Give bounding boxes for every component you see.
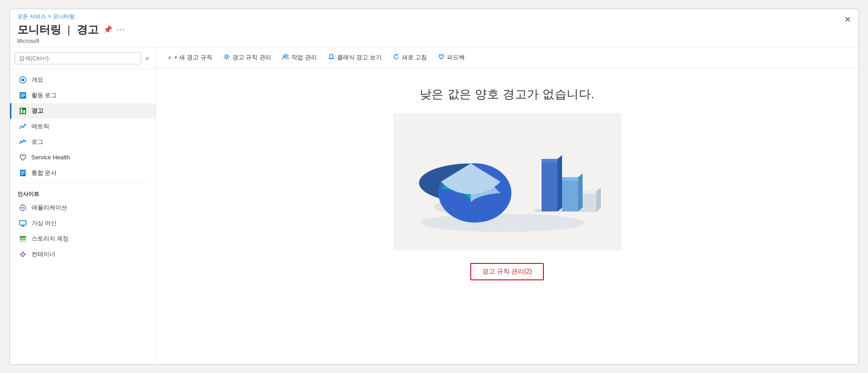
- breadcrumb-part1[interactable]: 모든 서비스: [17, 13, 46, 21]
- metrics-icon: [19, 122, 27, 131]
- sidebar-item-unified-docs[interactable]: 통합 문서: [10, 165, 156, 181]
- gear-icon: [223, 53, 230, 62]
- sidebar-label-service-health: Service Health: [32, 154, 70, 161]
- container-icon: [19, 250, 27, 258]
- sidebar-divider: [17, 183, 148, 183]
- svg-rect-20: [20, 221, 26, 225]
- sidebar-label-logs: 로그: [32, 138, 43, 146]
- svg-rect-11: [21, 171, 25, 172]
- sidebar-item-container[interactable]: 컨테이너: [10, 247, 156, 262]
- svg-rect-24: [20, 236, 26, 238]
- main-content: 낮은 값은 양호 경고가 없습니다.: [156, 68, 858, 364]
- feedback-button[interactable]: 피드백: [433, 51, 469, 64]
- sidebar-item-service-health[interactable]: Service Health: [10, 150, 156, 165]
- sidebar-label-alerts: 경고: [32, 107, 43, 115]
- svg-point-34: [286, 54, 288, 56]
- alerts-icon: [19, 107, 27, 115]
- search-input[interactable]: [15, 52, 141, 64]
- svg-marker-40: [558, 155, 562, 211]
- sidebar-item-activity-log[interactable]: 활동 로그: [10, 88, 156, 103]
- top-bar: 모든 서비스 > 모니터링 모니터링 | 경고 📌 ··· Microsoft …: [10, 9, 858, 47]
- manage-rules-action-label: 경고 규칙 관리(2): [482, 268, 532, 275]
- sidebar-item-vm[interactable]: 가상 머신: [10, 215, 156, 231]
- title-divider: |: [68, 23, 70, 36]
- app-window: 모든 서비스 > 모니터링 모니터링 | 경고 📌 ··· Microsoft …: [10, 9, 859, 365]
- svg-rect-13: [21, 174, 23, 175]
- new-rule-label: + 새 경고 규칙: [174, 53, 212, 62]
- plus-icon: +: [168, 53, 172, 61]
- breadcrumb-part2[interactable]: 모니터링: [53, 13, 75, 21]
- sidebar-item-overview[interactable]: 개요: [10, 72, 156, 88]
- manage-rules-label: 경고 규칙 관리: [232, 53, 271, 62]
- sidebar-label-vm: 가상 머신: [32, 219, 57, 227]
- sidebar-item-logs[interactable]: 로그: [10, 134, 156, 150]
- manage-work-label: 작업 관리: [291, 53, 317, 62]
- sidebar-item-metrics[interactable]: 메트릭: [10, 119, 156, 134]
- page-title-main: 모니터링: [17, 22, 61, 37]
- sidebar-label-metrics: 메트릭: [32, 122, 49, 131]
- sidebar-search-row: «: [10, 47, 156, 69]
- sidebar-label-storage: 스토리지 계정: [32, 235, 69, 243]
- svg-rect-3: [21, 94, 25, 95]
- svg-point-16: [22, 204, 23, 205]
- heart-icon: [19, 153, 27, 162]
- manage-rules-button[interactable]: 경고 규칙 관리: [219, 51, 276, 64]
- new-rule-button[interactable]: + + 새 경고 규칙: [163, 51, 217, 64]
- svg-rect-23: [21, 226, 25, 226]
- refresh-button[interactable]: 새로 고침: [388, 51, 432, 64]
- svg-point-19: [19, 207, 21, 208]
- chart-illustration: [411, 122, 603, 241]
- sidebar-label-activity-log: 활동 로그: [32, 91, 57, 100]
- refresh-label: 새로 고침: [402, 53, 427, 62]
- sidebar-item-alerts[interactable]: 경고: [10, 103, 156, 119]
- sidebar-item-application[interactable]: 애플리케이션: [10, 200, 156, 215]
- heart-feedback-icon: [438, 53, 445, 62]
- svg-point-29: [24, 253, 26, 255]
- overview-icon: [19, 76, 27, 84]
- manage-work-button[interactable]: 작업 관리: [278, 51, 321, 64]
- sidebar-nav: 개요 활동 로그: [10, 69, 156, 364]
- svg-rect-5: [21, 96, 24, 97]
- svg-rect-4: [21, 95, 25, 96]
- breadcrumb: 모든 서비스 > 모니터링: [17, 13, 851, 21]
- sidebar-label-overview: 개요: [32, 76, 43, 84]
- more-icon[interactable]: ···: [117, 25, 125, 34]
- svg-marker-46: [596, 188, 601, 211]
- activity-icon: [19, 91, 27, 100]
- main-layout: « 개요: [10, 47, 858, 364]
- svg-point-30: [22, 252, 24, 253]
- pin-icon[interactable]: 📌: [103, 25, 112, 34]
- svg-rect-39: [542, 159, 558, 163]
- vm-icon: [19, 219, 27, 227]
- svg-rect-7: [21, 109, 22, 113]
- toolbar: + + 새 경고 규칙 경고 규칙 관리: [156, 47, 858, 68]
- svg-rect-25: [20, 238, 26, 240]
- classic-view-button[interactable]: 클래식 경고 보기: [323, 51, 386, 64]
- storage-icon: [19, 235, 27, 243]
- close-button[interactable]: ✕: [844, 16, 851, 24]
- svg-marker-43: [578, 173, 583, 211]
- classic-view-label: 클래식 경고 보기: [337, 53, 382, 62]
- sidebar-label-application: 애플리케이션: [32, 204, 67, 212]
- collapse-button[interactable]: «: [144, 53, 151, 63]
- docs-icon: [19, 169, 27, 177]
- svg-rect-22: [22, 225, 24, 226]
- page-title-sub: 경고: [77, 22, 99, 37]
- svg-rect-41: [562, 177, 578, 211]
- svg-rect-21: [20, 221, 26, 222]
- svg-point-28: [20, 253, 22, 255]
- title-row: 모니터링 | 경고 📌 ···: [17, 22, 851, 37]
- svg-point-15: [22, 207, 24, 209]
- people-icon: [282, 53, 289, 62]
- manage-rules-action-button[interactable]: 경고 규칙 관리(2): [470, 263, 544, 280]
- breadcrumb-sep: >: [48, 13, 51, 20]
- sidebar-item-storage[interactable]: 스토리지 계정: [10, 231, 156, 247]
- svg-point-31: [22, 255, 24, 257]
- content-area: + + 새 경고 규칙 경고 규칙 관리: [156, 47, 858, 364]
- svg-point-1: [21, 79, 24, 81]
- svg-rect-8: [23, 110, 25, 113]
- feedback-label: 피드백: [447, 53, 465, 62]
- sidebar: « 개요: [10, 47, 156, 364]
- svg-point-32: [225, 55, 228, 58]
- app-icon: [19, 204, 27, 212]
